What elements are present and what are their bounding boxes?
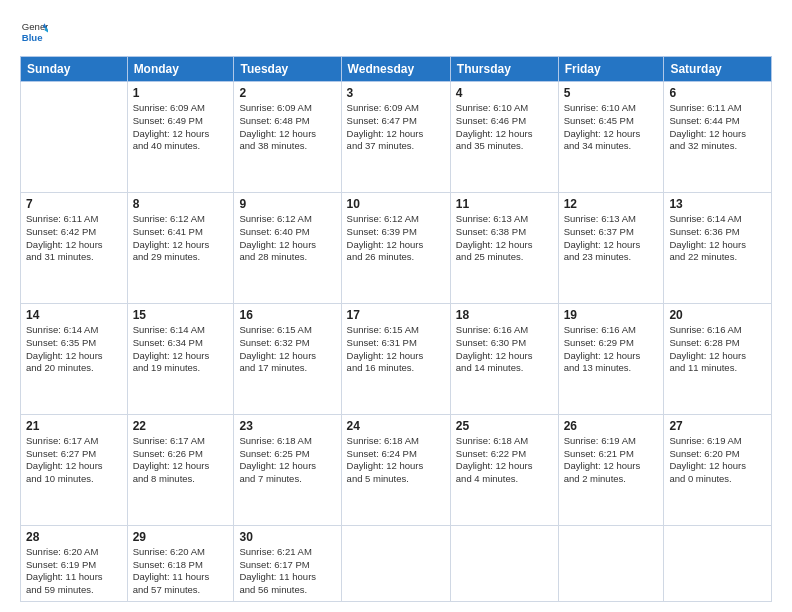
cell-date-number: 24 [347, 419, 445, 433]
cell-date-number: 23 [239, 419, 335, 433]
cell-date-number: 22 [133, 419, 229, 433]
calendar-cell: 25Sunrise: 6:18 AM Sunset: 6:22 PM Dayli… [450, 414, 558, 525]
day-header-monday: Monday [127, 57, 234, 82]
cell-date-number: 27 [669, 419, 766, 433]
day-header-sunday: Sunday [21, 57, 128, 82]
calendar: SundayMondayTuesdayWednesdayThursdayFrid… [20, 56, 772, 602]
cell-info: Sunrise: 6:21 AM Sunset: 6:17 PM Dayligh… [239, 546, 335, 597]
cell-info: Sunrise: 6:16 AM Sunset: 6:29 PM Dayligh… [564, 324, 659, 375]
calendar-cell: 13Sunrise: 6:14 AM Sunset: 6:36 PM Dayli… [664, 192, 772, 303]
cell-info: Sunrise: 6:20 AM Sunset: 6:19 PM Dayligh… [26, 546, 122, 597]
calendar-cell: 2Sunrise: 6:09 AM Sunset: 6:48 PM Daylig… [234, 82, 341, 193]
calendar-cell: 23Sunrise: 6:18 AM Sunset: 6:25 PM Dayli… [234, 414, 341, 525]
calendar-cell: 22Sunrise: 6:17 AM Sunset: 6:26 PM Dayli… [127, 414, 234, 525]
calendar-cell: 6Sunrise: 6:11 AM Sunset: 6:44 PM Daylig… [664, 82, 772, 193]
calendar-cell: 3Sunrise: 6:09 AM Sunset: 6:47 PM Daylig… [341, 82, 450, 193]
cell-date-number: 15 [133, 308, 229, 322]
cell-date-number: 17 [347, 308, 445, 322]
cell-date-number: 14 [26, 308, 122, 322]
cell-info: Sunrise: 6:18 AM Sunset: 6:25 PM Dayligh… [239, 435, 335, 486]
cell-date-number: 8 [133, 197, 229, 211]
calendar-cell: 27Sunrise: 6:19 AM Sunset: 6:20 PM Dayli… [664, 414, 772, 525]
cell-date-number: 13 [669, 197, 766, 211]
day-header-tuesday: Tuesday [234, 57, 341, 82]
cell-info: Sunrise: 6:18 AM Sunset: 6:24 PM Dayligh… [347, 435, 445, 486]
cell-info: Sunrise: 6:15 AM Sunset: 6:32 PM Dayligh… [239, 324, 335, 375]
calendar-cell: 21Sunrise: 6:17 AM Sunset: 6:27 PM Dayli… [21, 414, 128, 525]
week-row-0: 1Sunrise: 6:09 AM Sunset: 6:49 PM Daylig… [21, 82, 772, 193]
logo: General Blue [20, 18, 52, 46]
cell-info: Sunrise: 6:17 AM Sunset: 6:27 PM Dayligh… [26, 435, 122, 486]
calendar-cell: 1Sunrise: 6:09 AM Sunset: 6:49 PM Daylig… [127, 82, 234, 193]
cell-info: Sunrise: 6:09 AM Sunset: 6:48 PM Dayligh… [239, 102, 335, 153]
cell-date-number: 10 [347, 197, 445, 211]
cell-date-number: 19 [564, 308, 659, 322]
cell-info: Sunrise: 6:10 AM Sunset: 6:45 PM Dayligh… [564, 102, 659, 153]
cell-date-number: 16 [239, 308, 335, 322]
calendar-cell: 12Sunrise: 6:13 AM Sunset: 6:37 PM Dayli… [558, 192, 664, 303]
cell-info: Sunrise: 6:14 AM Sunset: 6:36 PM Dayligh… [669, 213, 766, 264]
calendar-cell: 9Sunrise: 6:12 AM Sunset: 6:40 PM Daylig… [234, 192, 341, 303]
calendar-cell: 14Sunrise: 6:14 AM Sunset: 6:35 PM Dayli… [21, 303, 128, 414]
cell-info: Sunrise: 6:13 AM Sunset: 6:38 PM Dayligh… [456, 213, 553, 264]
cell-info: Sunrise: 6:15 AM Sunset: 6:31 PM Dayligh… [347, 324, 445, 375]
cell-date-number: 6 [669, 86, 766, 100]
week-row-3: 21Sunrise: 6:17 AM Sunset: 6:27 PM Dayli… [21, 414, 772, 525]
calendar-cell: 24Sunrise: 6:18 AM Sunset: 6:24 PM Dayli… [341, 414, 450, 525]
cell-info: Sunrise: 6:09 AM Sunset: 6:47 PM Dayligh… [347, 102, 445, 153]
cell-info: Sunrise: 6:20 AM Sunset: 6:18 PM Dayligh… [133, 546, 229, 597]
calendar-cell: 16Sunrise: 6:15 AM Sunset: 6:32 PM Dayli… [234, 303, 341, 414]
calendar-cell: 11Sunrise: 6:13 AM Sunset: 6:38 PM Dayli… [450, 192, 558, 303]
cell-info: Sunrise: 6:12 AM Sunset: 6:40 PM Dayligh… [239, 213, 335, 264]
page: General Blue SundayMondayTuesdayWednesda… [0, 0, 792, 612]
cell-info: Sunrise: 6:19 AM Sunset: 6:20 PM Dayligh… [669, 435, 766, 486]
calendar-cell: 26Sunrise: 6:19 AM Sunset: 6:21 PM Dayli… [558, 414, 664, 525]
cell-info: Sunrise: 6:17 AM Sunset: 6:26 PM Dayligh… [133, 435, 229, 486]
cell-date-number: 18 [456, 308, 553, 322]
day-header-wednesday: Wednesday [341, 57, 450, 82]
calendar-cell [450, 525, 558, 601]
cell-date-number: 1 [133, 86, 229, 100]
cell-info: Sunrise: 6:16 AM Sunset: 6:30 PM Dayligh… [456, 324, 553, 375]
calendar-cell: 28Sunrise: 6:20 AM Sunset: 6:19 PM Dayli… [21, 525, 128, 601]
svg-text:Blue: Blue [22, 32, 43, 43]
week-row-4: 28Sunrise: 6:20 AM Sunset: 6:19 PM Dayli… [21, 525, 772, 601]
cell-date-number: 7 [26, 197, 122, 211]
calendar-cell [21, 82, 128, 193]
calendar-cell: 10Sunrise: 6:12 AM Sunset: 6:39 PM Dayli… [341, 192, 450, 303]
calendar-cell: 30Sunrise: 6:21 AM Sunset: 6:17 PM Dayli… [234, 525, 341, 601]
calendar-cell [558, 525, 664, 601]
cell-info: Sunrise: 6:16 AM Sunset: 6:28 PM Dayligh… [669, 324, 766, 375]
cell-date-number: 29 [133, 530, 229, 544]
cell-info: Sunrise: 6:12 AM Sunset: 6:41 PM Dayligh… [133, 213, 229, 264]
calendar-cell: 18Sunrise: 6:16 AM Sunset: 6:30 PM Dayli… [450, 303, 558, 414]
cell-date-number: 12 [564, 197, 659, 211]
calendar-cell [341, 525, 450, 601]
calendar-cell: 5Sunrise: 6:10 AM Sunset: 6:45 PM Daylig… [558, 82, 664, 193]
day-header-friday: Friday [558, 57, 664, 82]
cell-date-number: 30 [239, 530, 335, 544]
cell-date-number: 11 [456, 197, 553, 211]
calendar-cell: 4Sunrise: 6:10 AM Sunset: 6:46 PM Daylig… [450, 82, 558, 193]
cell-info: Sunrise: 6:13 AM Sunset: 6:37 PM Dayligh… [564, 213, 659, 264]
cell-info: Sunrise: 6:10 AM Sunset: 6:46 PM Dayligh… [456, 102, 553, 153]
cell-date-number: 5 [564, 86, 659, 100]
cell-date-number: 20 [669, 308, 766, 322]
calendar-cell: 19Sunrise: 6:16 AM Sunset: 6:29 PM Dayli… [558, 303, 664, 414]
cell-date-number: 21 [26, 419, 122, 433]
cell-date-number: 9 [239, 197, 335, 211]
cell-date-number: 3 [347, 86, 445, 100]
calendar-cell: 20Sunrise: 6:16 AM Sunset: 6:28 PM Dayli… [664, 303, 772, 414]
calendar-cell: 8Sunrise: 6:12 AM Sunset: 6:41 PM Daylig… [127, 192, 234, 303]
cell-info: Sunrise: 6:11 AM Sunset: 6:44 PM Dayligh… [669, 102, 766, 153]
cell-info: Sunrise: 6:12 AM Sunset: 6:39 PM Dayligh… [347, 213, 445, 264]
header: General Blue [20, 18, 772, 46]
day-header-thursday: Thursday [450, 57, 558, 82]
cell-info: Sunrise: 6:14 AM Sunset: 6:35 PM Dayligh… [26, 324, 122, 375]
cell-date-number: 25 [456, 419, 553, 433]
cell-info: Sunrise: 6:09 AM Sunset: 6:49 PM Dayligh… [133, 102, 229, 153]
calendar-cell: 15Sunrise: 6:14 AM Sunset: 6:34 PM Dayli… [127, 303, 234, 414]
cell-info: Sunrise: 6:11 AM Sunset: 6:42 PM Dayligh… [26, 213, 122, 264]
week-row-2: 14Sunrise: 6:14 AM Sunset: 6:35 PM Dayli… [21, 303, 772, 414]
calendar-cell: 29Sunrise: 6:20 AM Sunset: 6:18 PM Dayli… [127, 525, 234, 601]
